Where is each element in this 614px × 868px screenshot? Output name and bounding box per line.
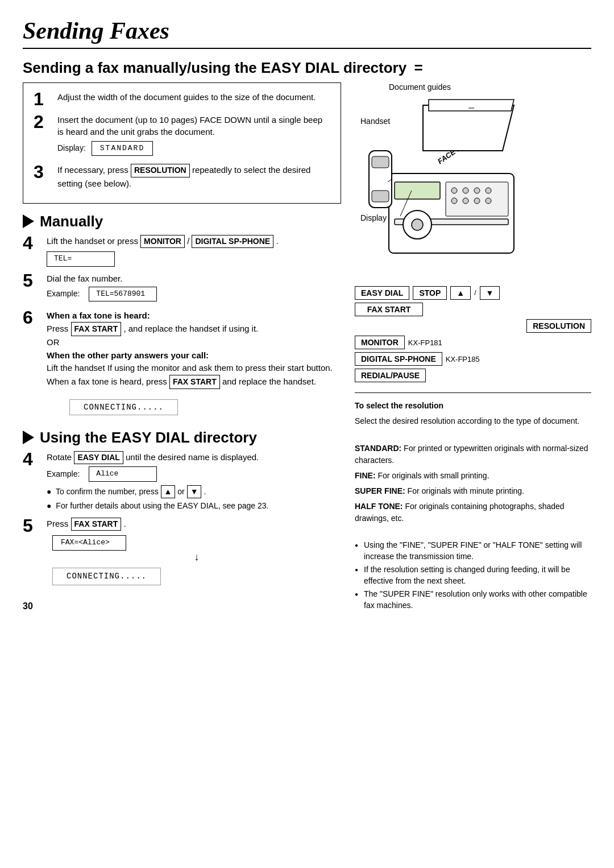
step-2-number: 2	[34, 113, 52, 131]
digital-sp-phone-panel-btn[interactable]: DIGITAL SP-PHONE	[355, 352, 442, 366]
easydial-arrow-icon	[23, 431, 34, 444]
down-arrow-icon: ↓	[52, 552, 341, 562]
up-arrow-btn[interactable]: ▲	[161, 485, 176, 499]
easydial-heading: Using the EASY DIAL directory	[40, 429, 257, 447]
resolution-section: To select the resolution Select the desi…	[355, 400, 591, 611]
or-text: OR	[47, 337, 60, 347]
stop-panel-btn[interactable]: STOP	[413, 286, 447, 300]
fax-machine-svg	[366, 94, 525, 264]
super-fine-item: SUPER FINE: For originals with minute pr…	[355, 485, 591, 497]
manually-step-5: 5 Dial the fax number. Example: TEL=5678…	[23, 272, 341, 304]
manually-step-4: 4 Lift the handset or press MONITOR / DI…	[23, 235, 341, 267]
svg-point-13	[463, 198, 468, 204]
tel-display: TEL=	[47, 251, 115, 266]
standard-item: STANDARD: For printed or typewritten ori…	[355, 443, 591, 466]
display-row: Display: STANDARD	[57, 141, 330, 156]
right-column: Document guides Handset FACE DOWN Displa…	[355, 82, 591, 614]
easydial-step4-content: Rotate EASY DIAL until the desired name …	[47, 451, 341, 512]
fax-tone-label: When a fax tone is heard:	[47, 311, 150, 320]
bullet-3: The "SUPER FINE" resolution only works w…	[355, 589, 591, 611]
manually-step-6: 6 When a fax tone is heard: Press FAX ST…	[23, 309, 341, 389]
down-arrow-btn[interactable]: ▼	[187, 485, 202, 499]
resolution-heading: To select the resolution	[355, 400, 591, 412]
monitor-btn[interactable]: MONITOR	[140, 235, 185, 249]
up-arrow-panel-btn[interactable]: ▲	[450, 286, 471, 300]
svg-marker-1	[423, 105, 514, 151]
manually-heading-row: Manually	[23, 213, 341, 230]
fine-item: FINE: For originals with small printing.	[355, 470, 591, 482]
example-row-tel: Example: TEL=5678901	[47, 287, 341, 301]
easydial-step-4: 4 Rotate EASY DIAL until the desired nam…	[23, 451, 341, 512]
other-party-label: When the other party answers your call:	[47, 350, 209, 360]
fax-start-btn-step5[interactable]: FAX START	[71, 518, 122, 531]
top-steps-box: 1 Adjust the width of the document guide…	[23, 82, 341, 204]
monitor-panel-btn[interactable]: MONITOR	[355, 336, 405, 349]
manually-step5-number: 5	[23, 271, 41, 290]
easydial-step5-content: Press FAX START . FAX=<Alice> ↓ CONNECTI…	[47, 518, 341, 590]
left-column: 1 Adjust the width of the document guide…	[23, 82, 341, 614]
section-heading: Sending a fax manually/using the EASY DI…	[23, 59, 591, 77]
fax-start-panel-btn[interactable]: FAX START	[355, 303, 423, 316]
manually-heading: Manually	[40, 213, 103, 230]
divider	[355, 392, 591, 393]
step-3-number: 3	[34, 163, 52, 181]
connecting-display-2: CONNECTING.....	[52, 568, 161, 586]
easydial-step5-number: 5	[23, 516, 41, 535]
btn-row-1: EASY DIAL STOP ▲ / ▼	[355, 286, 591, 300]
svg-rect-4	[372, 156, 389, 168]
manually-step4-content: Lift the handset or press MONITOR / DIGI…	[47, 235, 341, 267]
step-3: 3 If necessary, press RESOLUTION repeate…	[34, 164, 330, 189]
fax-diagram: Document guides Handset FACE DOWN Displa…	[355, 82, 591, 276]
example-row-alice: Example: Alice	[47, 466, 341, 481]
step-3-content: If necessary, press RESOLUTION repeatedl…	[57, 164, 330, 189]
svg-rect-5	[372, 191, 389, 202]
svg-rect-6	[395, 182, 440, 199]
step-1-content: Adjust the width of the document guides …	[57, 91, 330, 103]
btn-row-4: MONITOR KX-FP181	[355, 336, 591, 349]
easy-dial-panel-btn[interactable]: EASY DIAL	[355, 286, 409, 300]
page-title: Sending Faxes	[23, 17, 591, 49]
svg-point-12	[451, 198, 457, 204]
manually-step5-content: Dial the fax number. Example: TEL=567890…	[47, 272, 341, 304]
svg-point-8	[451, 188, 457, 193]
digital-sp-phone-btn[interactable]: DIGITAL SP-PHONE	[192, 235, 273, 249]
resolution-panel-btn[interactable]: RESOLUTION	[526, 319, 591, 333]
resolution-btn-step3[interactable]: RESOLUTION	[131, 164, 190, 177]
fax-alice-display: FAX=<Alice>	[52, 535, 126, 550]
svg-marker-2	[429, 100, 514, 111]
manually-step4-number: 4	[23, 234, 41, 252]
connecting-display-1: CONNECTING.....	[69, 399, 178, 415]
document-guides-label: Document guides	[389, 82, 451, 92]
alice-display: Alice	[89, 466, 157, 481]
page-number: 30	[23, 601, 341, 611]
step-2: 2 Insert the document (up to 10 pages) F…	[34, 114, 330, 158]
fax-start-btn-step6[interactable]: FAX START	[71, 322, 122, 336]
step-2-content: Insert the document (up to 10 pages) FAC…	[57, 114, 330, 158]
step-1: 1 Adjust the width of the document guide…	[34, 91, 330, 108]
svg-point-15	[486, 198, 491, 204]
svg-point-9	[463, 188, 468, 193]
down-arrow-panel-btn[interactable]: ▼	[480, 286, 500, 300]
btn-row-6: REDIAL/PAUSE	[355, 369, 591, 382]
easydial-heading-row: Using the EASY DIAL directory	[23, 429, 341, 447]
tel-example-display: TEL=5678901	[89, 287, 157, 301]
easydial-step-5: 5 Press FAX START . FAX=<Alice> ↓ CONNEC…	[23, 518, 341, 590]
btn-row-2: FAX START	[355, 303, 591, 316]
easydial-step4-number: 4	[23, 450, 41, 468]
button-panel: EASY DIAL STOP ▲ / ▼ FAX START RESOLUTIO…	[355, 286, 591, 382]
half-tone-item: HALF TONE: For originals containing phot…	[355, 501, 591, 524]
svg-point-10	[474, 188, 480, 193]
redial-pause-panel-btn[interactable]: REDIAL/PAUSE	[355, 369, 426, 382]
manually-step6-content: When a fax tone is heard: Press FAX STAR…	[47, 309, 341, 389]
fax-start-btn-step6b[interactable]: FAX START	[169, 375, 220, 389]
resolution-bullets: Using the "FINE", "SUPER FINE" or "HALF …	[355, 540, 591, 611]
bullet-1: Using the "FINE", "SUPER FINE" or "HALF …	[355, 540, 591, 562]
step-1-number: 1	[34, 90, 52, 108]
manually-step6-number: 6	[23, 308, 41, 326]
resolution-intro: Select the desired resolution according …	[355, 415, 591, 427]
svg-point-18	[412, 219, 423, 230]
svg-point-14	[474, 198, 480, 204]
btn-row-3: RESOLUTION	[355, 319, 591, 333]
manually-arrow-icon	[23, 214, 34, 228]
easy-dial-btn-step4[interactable]: EASY DIAL	[74, 451, 123, 465]
